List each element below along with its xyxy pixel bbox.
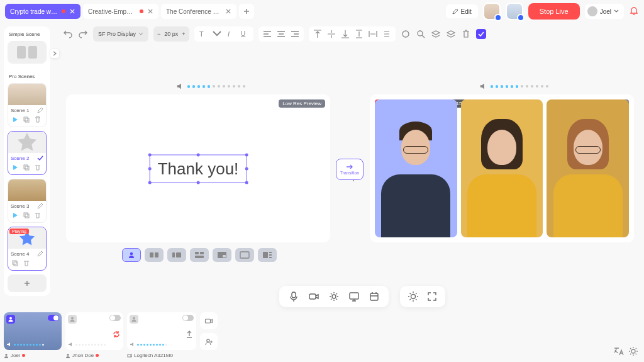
refresh-icon[interactable] [112,330,121,339]
resize-handle[interactable] [148,181,152,184]
tab-3[interactable]: The Conference Sympo... [161,4,236,19]
play-icon[interactable] [11,211,19,220]
svg-rect-21 [195,256,204,258]
global-settings-button[interactable] [628,346,639,357]
collaborator-avatar-1[interactable] [483,3,501,20]
trash-icon[interactable] [22,259,31,268]
pencil-icon[interactable] [37,107,43,113]
italic-button[interactable]: I [226,29,236,39]
font-select[interactable]: SF Pro Display [93,26,148,42]
close-icon[interactable] [147,8,153,14]
device-stream-panel[interactable] [127,312,196,350]
stop-live-button[interactable]: Stop Live [528,3,580,20]
layer-forward-button[interactable] [431,29,441,39]
collapse-sidebar-button[interactable] [50,49,59,58]
resize-handle[interactable] [148,153,152,156]
layout-screen[interactable] [235,248,254,262]
plus-icon[interactable]: + [182,31,185,37]
valign-bottom-button[interactable] [340,29,350,39]
redo-button[interactable] [78,29,88,39]
layer-backward-button[interactable] [446,29,456,39]
layout-pip[interactable] [213,248,231,262]
stream-toggle[interactable] [182,315,194,321]
underline-button[interactable]: U [240,29,250,39]
spacing-button[interactable] [382,29,392,39]
trash-icon[interactable] [33,115,42,124]
play-icon[interactable] [11,115,19,124]
fullscreen-button[interactable] [426,291,438,302]
collaborator-avatar-2[interactable] [506,3,523,20]
copy-icon[interactable] [22,115,31,124]
notification-bell-icon[interactable] [629,6,639,16]
scene-card-1[interactable]: Scene 1 [8,83,47,127]
resize-handle[interactable] [148,167,152,171]
minus-icon[interactable]: − [157,31,160,37]
tab-1[interactable]: Crypto trade with no co... [5,4,80,19]
calendar-button[interactable] [369,291,380,302]
live-dot-icon [96,354,99,357]
distribute-v-button[interactable] [354,29,364,39]
stream-toggle[interactable] [109,315,121,321]
edit-button[interactable]: Edit [446,4,478,18]
add-camera-button[interactable] [200,312,218,329]
resize-handle[interactable] [245,153,248,156]
scene-card-2[interactable]: Scene 2 [8,131,47,175]
add-guest-button[interactable] [200,333,218,350]
resize-handle[interactable] [197,181,200,184]
delete-button[interactable] [461,29,471,39]
play-icon[interactable] [11,163,19,172]
close-icon[interactable] [69,8,75,14]
transition-button[interactable]: Transition [336,159,364,180]
copy-icon[interactable] [22,163,31,172]
distribute-h-button[interactable] [368,29,378,39]
brightness-button[interactable] [408,291,419,302]
undo-button[interactable] [63,29,73,39]
stream-toggle[interactable] [48,315,59,321]
resize-handle[interactable] [197,153,200,156]
valign-top-button[interactable] [313,29,323,39]
trash-icon[interactable] [33,163,42,172]
resize-handle[interactable] [245,167,248,171]
copy-icon[interactable] [22,211,31,220]
trash-icon[interactable] [33,211,42,220]
layout-double[interactable] [145,248,164,262]
text-style-button[interactable]: T [198,29,208,39]
camera-button[interactable] [308,291,319,302]
align-center-button[interactable] [276,29,286,39]
copy-icon[interactable] [11,259,19,268]
resize-handle[interactable] [245,181,248,184]
zoom-button[interactable] [416,29,426,39]
close-icon[interactable] [225,8,231,14]
language-button[interactable] [613,346,624,357]
self-stream-panel[interactable] [4,312,62,350]
chevron-down-icon[interactable] [212,29,222,39]
align-right-button[interactable] [290,29,300,39]
scene-card-3[interactable]: Scene 3 [8,179,47,223]
text-element[interactable]: Thank you! [150,154,247,183]
confirm-button[interactable] [476,29,486,39]
layout-sidebar[interactable] [167,248,186,262]
share-icon[interactable] [185,330,194,339]
preview-stage[interactable]: Low Res Preview Thank you! [66,94,330,242]
settings-button[interactable] [328,291,340,302]
font-size-stepper[interactable]: − 20 px + [153,26,189,42]
person-icon [130,315,138,324]
layout-selector [122,248,277,262]
scene-card-4[interactable]: Playing Scene 4 [8,227,47,271]
fill-color-button[interactable] [401,29,411,39]
valign-middle-button[interactable] [326,29,336,39]
pencil-icon[interactable] [37,203,43,209]
simple-scene-card[interactable] [8,41,47,64]
screenshare-button[interactable] [348,291,360,302]
layout-grid[interactable] [190,248,209,262]
layout-list[interactable] [258,248,277,262]
guest-stream-panel-1[interactable] [65,312,123,350]
layout-single[interactable] [122,248,141,262]
align-left-button[interactable] [262,29,272,39]
add-scene-button[interactable] [8,274,47,292]
tab-2[interactable]: Creative-Empowerment ci... [83,4,158,19]
mic-button[interactable] [288,291,299,302]
pencil-icon[interactable] [37,251,43,257]
user-menu[interactable]: Joel [585,4,624,19]
add-tab-button[interactable] [239,4,254,19]
